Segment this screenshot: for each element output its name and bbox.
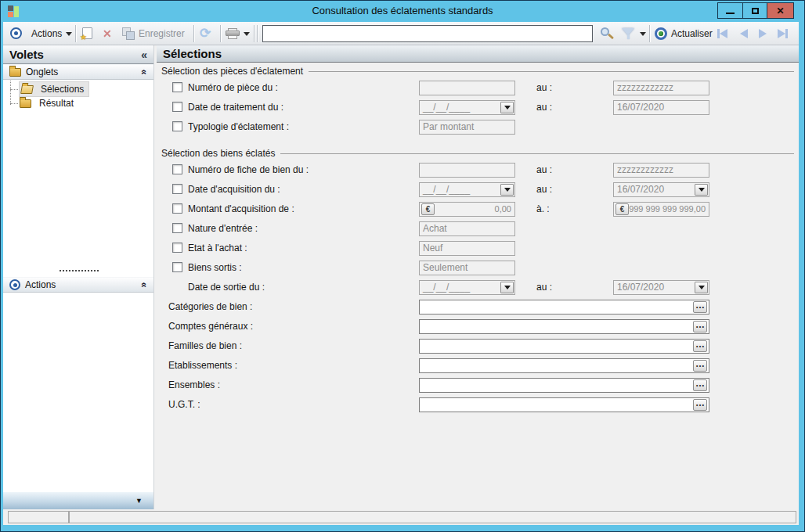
- row-second-field: zzzzzzzzzzzz: [613, 163, 709, 178]
- sidebar-item-sélections[interactable]: Sélections: [3, 82, 153, 96]
- sidebar-collapse-button[interactable]: «: [141, 49, 147, 61]
- toolbar-separator: [75, 25, 76, 42]
- row-checkbox[interactable]: [172, 262, 182, 272]
- form-row: Numéro de fiche de bien du :au :zzzzzzzz…: [157, 160, 799, 180]
- row-checkbox[interactable]: [172, 203, 182, 214]
- row-first-field[interactable]: …: [419, 358, 709, 373]
- row-checkbox[interactable]: [172, 82, 182, 92]
- row-label: Familles de bien :: [168, 336, 242, 356]
- minimize-button[interactable]: [718, 3, 742, 18]
- window-title: Consultation des éclatements standards: [1, 5, 804, 16]
- previous-record-icon: [740, 29, 748, 38]
- lookup-ellipsis-button[interactable]: …: [693, 360, 707, 372]
- search-input[interactable]: [262, 25, 593, 42]
- actualiser-button[interactable]: Actualiser: [671, 22, 713, 45]
- field-value: Seulement: [423, 261, 467, 275]
- row-first-field[interactable]: …: [419, 378, 709, 393]
- sidebar-title: Volets: [9, 48, 44, 61]
- form-row: Nature d'entrée :Achat: [157, 219, 799, 239]
- lookup-ellipsis-button[interactable]: …: [693, 321, 707, 332]
- row-first-field: Par montant: [419, 120, 515, 135]
- onglets-tree: SélectionsRésultat: [3, 80, 153, 110]
- row-first-field[interactable]: …: [419, 300, 709, 315]
- row-first-field: [419, 81, 515, 95]
- sidebar-expander-bar[interactable]: ▼: [3, 492, 153, 509]
- row-checkbox[interactable]: [172, 102, 182, 112]
- row-label: Numéro de fiche de bien du :: [188, 160, 309, 180]
- folder-icon: [9, 68, 21, 77]
- actions-menu-button[interactable]: Actions: [31, 22, 62, 45]
- row-first-field: Seulement: [419, 261, 515, 275]
- field-value: 16/07/2020: [617, 101, 664, 114]
- filter-caret-icon[interactable]: [640, 32, 646, 36]
- actions-section-header[interactable]: Actions «: [3, 277, 153, 293]
- refresh-button[interactable]: ⟳: [200, 27, 211, 40]
- row-first-field[interactable]: …: [419, 319, 709, 334]
- application-window: Consultation des éclatements standards ✕…: [0, 0, 805, 532]
- row-checkbox[interactable]: [172, 243, 182, 253]
- group-label: Sélection des biens éclatés: [157, 146, 799, 160]
- field-value: 999 999 999 999,00: [629, 203, 706, 216]
- row-checkbox[interactable]: [172, 121, 182, 131]
- lookup-ellipsis-button[interactable]: …: [693, 399, 707, 411]
- collapse-section-icon[interactable]: «: [139, 282, 150, 288]
- toolbar-separator: [220, 25, 221, 42]
- onglets-section-header[interactable]: Onglets «: [3, 64, 153, 80]
- sidebar-item-label: Sélections: [38, 83, 87, 95]
- actions-section-label: Actions: [25, 279, 56, 290]
- row-first-field: __/__/____: [419, 182, 515, 197]
- sidebar-splitter-handle[interactable]: [60, 270, 99, 271]
- field-value: __/__/____: [423, 101, 470, 114]
- actions-caret-icon[interactable]: [66, 32, 72, 36]
- row-checkbox[interactable]: [172, 184, 182, 194]
- new-record-button[interactable]: ★: [82, 27, 92, 39]
- row-first-field[interactable]: …: [419, 339, 709, 354]
- chevron-down-icon: [699, 286, 705, 289]
- row-second-field: 16/07/2020: [613, 100, 709, 115]
- row-label: Date de sortie du :: [188, 278, 265, 297]
- row-checkbox[interactable]: [172, 164, 182, 174]
- nav-previous-button[interactable]: [740, 29, 748, 38]
- form-row: Date d'acquisition du :__/__/____au :16/…: [157, 180, 799, 200]
- row-checkbox[interactable]: [172, 223, 182, 233]
- row-second-field: 16/07/2020: [613, 280, 709, 295]
- row-first-field: [419, 163, 515, 178]
- titlebar: Consultation des éclatements standards ✕: [1, 1, 804, 22]
- close-button[interactable]: ✕: [767, 3, 793, 18]
- row-label: Comptes généraux :: [168, 317, 253, 336]
- form-row: Biens sortis :Seulement: [157, 258, 799, 278]
- lookup-ellipsis-button[interactable]: …: [693, 340, 707, 352]
- collapse-section-icon[interactable]: «: [139, 70, 150, 75]
- maximize-button[interactable]: [742, 3, 767, 18]
- client-area: Actions ★ ✕ Enregistrer ⟳: [3, 22, 799, 525]
- next-record-icon: [759, 29, 767, 38]
- print-button[interactable]: [226, 28, 240, 40]
- delete-button[interactable]: ✕: [103, 27, 112, 40]
- page-title: Sélections: [163, 47, 222, 60]
- field-value: Achat: [423, 222, 447, 235]
- chevron-down-icon: [504, 106, 511, 110]
- between-label: à. :: [536, 200, 550, 219]
- lookup-ellipsis-button[interactable]: …: [693, 379, 707, 391]
- nav-first-button[interactable]: [717, 29, 727, 38]
- form-row: Date de sortie du :__/__/____au :16/07/2…: [157, 278, 799, 297]
- lookup-ellipsis-button[interactable]: …: [693, 301, 707, 313]
- selections-form: Sélection des pièces d'éclatementNuméro …: [157, 63, 799, 415]
- field-value: Neuf: [423, 242, 442, 255]
- save-button[interactable]: Enregistrer: [139, 22, 185, 45]
- print-caret-icon[interactable]: [244, 32, 250, 36]
- nav-last-button[interactable]: [778, 29, 788, 38]
- form-row: Etablissements :…: [157, 356, 799, 376]
- row-label: Typologie d'éclatement :: [188, 117, 289, 137]
- form-row: Typologie d'éclatement :Par montant: [157, 117, 799, 137]
- row-first-field[interactable]: …: [419, 397, 709, 412]
- search-button[interactable]: [601, 27, 615, 41]
- nav-next-button[interactable]: [759, 29, 767, 38]
- row-label: Numéro de pièce du :: [188, 78, 278, 98]
- filter-button[interactable]: [622, 28, 634, 40]
- row-first-field: __/__/____: [419, 100, 515, 115]
- sidebar-item-résultat[interactable]: Résultat: [3, 96, 153, 110]
- dropdown-button: [500, 184, 514, 196]
- actualiser-icon: [655, 27, 667, 40]
- row-label: Ensembles :: [168, 376, 220, 395]
